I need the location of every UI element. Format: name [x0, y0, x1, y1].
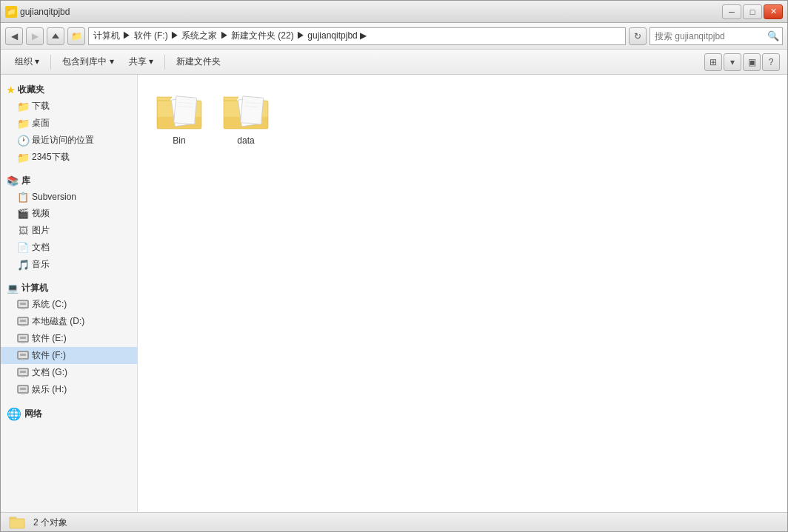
svg-rect-12: [21, 359, 25, 360]
sidebar-item-download[interactable]: 📁 下载: [1, 98, 137, 115]
back-button[interactable]: ◀: [5, 27, 23, 45]
minimize-button[interactable]: ─: [722, 4, 741, 19]
sidebar-item-label: 文档 (G:): [32, 366, 67, 379]
sidebar-item-music[interactable]: 🎵 音乐: [1, 256, 137, 273]
toolbar-separator-2: [164, 55, 165, 70]
sidebar-item-video[interactable]: 🎬 视频: [1, 205, 137, 222]
sidebar-item-local-d[interactable]: 本地磁盘 (D:): [1, 313, 137, 330]
sidebar-item-label: 视频: [32, 207, 50, 220]
sidebar-item-system-c[interactable]: 系统 (C:): [1, 296, 137, 313]
sidebar-item-pictures[interactable]: 🖼 图片: [1, 222, 137, 239]
sidebar-item-label: 最近访问的位置: [32, 134, 94, 147]
drive-e-icon: [17, 333, 29, 345]
svg-rect-6: [21, 325, 25, 326]
svg-rect-17: [20, 388, 26, 390]
up-button[interactable]: [47, 27, 64, 45]
forward-button[interactable]: ▶: [26, 27, 44, 45]
content-area: Bin: [138, 75, 787, 512]
svg-rect-26: [174, 96, 197, 124]
drive-g-icon: [17, 367, 29, 379]
svg-rect-38: [10, 519, 24, 528]
sidebar-item-label: 音乐: [32, 258, 50, 271]
lib-icon: 📋: [17, 191, 29, 203]
help-button[interactable]: ?: [762, 53, 780, 71]
address-path[interactable]: 计算机 ▶ 软件 (F:) ▶ 系统之家 ▶ 新建文件夹 (22) ▶ guji…: [88, 27, 626, 45]
preview-button[interactable]: ▣: [743, 53, 761, 71]
sidebar-item-label: 下载: [32, 100, 50, 112]
folder-icon: 📁: [67, 27, 85, 45]
drive-h-icon: [17, 384, 29, 396]
search-input[interactable]: [650, 27, 783, 45]
sidebar-item-label: 软件 (F:): [32, 349, 66, 362]
sidebar-item-label: 软件 (E:): [32, 332, 67, 345]
section-divider-1: [1, 166, 137, 172]
title-bar-controls: ─ □ ✕: [722, 4, 783, 19]
network-label: 网络: [24, 408, 42, 420]
svg-rect-9: [21, 342, 25, 343]
library-section: 📚 库: [1, 172, 137, 189]
search-icon[interactable]: 🔍: [767, 30, 780, 43]
status-bar: 2 个对象: [1, 512, 787, 532]
include-library-button[interactable]: 包含到库中 ▾: [56, 53, 120, 72]
folder-data-icon: [222, 91, 270, 132]
sidebar-item-soft-f[interactable]: 软件 (F:): [1, 347, 137, 364]
folder-bin-icon: [156, 91, 203, 132]
svg-rect-2: [20, 303, 26, 305]
folder-bin-label: Bin: [173, 135, 185, 146]
section-divider-2: [1, 273, 137, 279]
share-button[interactable]: 共享 ▾: [122, 53, 160, 72]
section-divider-3: [1, 398, 137, 404]
toolbar: 组织 ▾ 包含到库中 ▾ 共享 ▾ 新建文件夹 ⊞ ▾ ▣ ?: [1, 50, 787, 75]
title-bar-title: gujianqitpjbd: [20, 7, 70, 17]
favorites-section: ★ 收藏夹: [1, 81, 137, 98]
video-icon: 🎬: [17, 208, 29, 220]
organize-button[interactable]: 组织 ▾: [8, 53, 46, 72]
close-button[interactable]: ✕: [764, 4, 783, 19]
sidebar-item-ent-h[interactable]: 娱乐 (H:): [1, 381, 137, 398]
folder-data[interactable]: data: [216, 87, 276, 150]
drive-d-icon: [17, 316, 29, 328]
star-icon: ★: [7, 85, 15, 95]
sidebar-item-subversion[interactable]: 📋 Subversion: [1, 189, 137, 205]
folder-icon: 📁: [17, 152, 29, 164]
svg-rect-15: [21, 376, 25, 377]
folder-icon: 📁: [17, 101, 29, 112]
network-icon: 🌐: [7, 407, 21, 421]
maximize-button[interactable]: □: [743, 4, 762, 19]
music-icon: 🎵: [17, 259, 29, 271]
computer-section: 💻 计算机: [1, 279, 137, 296]
sidebar-item-desktop[interactable]: 📁 桌面: [1, 115, 137, 132]
sidebar-item-2345[interactable]: 📁 2345下载: [1, 149, 137, 166]
sidebar-item-label: 本地磁盘 (D:): [32, 315, 84, 328]
sidebar-item-label: 2345下载: [32, 151, 70, 164]
sidebar-item-label: 图片: [32, 224, 50, 237]
network-section: 🌐 网络: [1, 404, 137, 422]
computer-icon: 💻: [7, 283, 19, 294]
recent-icon: 🕐: [17, 135, 29, 147]
sidebar: ★ 收藏夹 📁 下载 📁 桌面 🕐 最近访问的位置 📁 2345下载 📚 库 📋…: [1, 75, 138, 512]
view-dropdown-button[interactable]: ▾: [724, 53, 741, 71]
status-folder-icon: [8, 514, 26, 532]
sidebar-item-soft-e[interactable]: 软件 (E:): [1, 330, 137, 347]
main-area: ★ 收藏夹 📁 下载 📁 桌面 🕐 最近访问的位置 📁 2345下载 📚 库 📋…: [1, 75, 787, 512]
svg-rect-5: [20, 320, 26, 322]
folder-bin[interactable]: Bin: [150, 87, 209, 150]
drive-f-icon: [17, 350, 29, 362]
sidebar-item-docs[interactable]: 📄 文档: [1, 239, 137, 256]
new-folder-button[interactable]: 新建文件夹: [170, 53, 227, 72]
svg-rect-8: [20, 337, 26, 339]
folder-icon: 📁: [17, 118, 29, 129]
folder-bin-svg: [156, 91, 203, 132]
refresh-button[interactable]: ↻: [629, 27, 647, 45]
svg-rect-14: [20, 371, 26, 373]
toolbar-separator-1: [50, 55, 51, 70]
favorites-label: 收藏夹: [18, 84, 44, 96]
view-icon-button[interactable]: ⊞: [704, 53, 722, 71]
svg-rect-35: [241, 96, 264, 124]
library-label: 库: [21, 175, 30, 187]
sidebar-item-label: 系统 (C:): [32, 298, 67, 311]
sidebar-item-label: 桌面: [32, 117, 50, 129]
sidebar-item-doc-g[interactable]: 文档 (G:): [1, 364, 137, 381]
sidebar-item-recent[interactable]: 🕐 最近访问的位置: [1, 132, 137, 149]
library-icon: 📚: [7, 175, 19, 186]
